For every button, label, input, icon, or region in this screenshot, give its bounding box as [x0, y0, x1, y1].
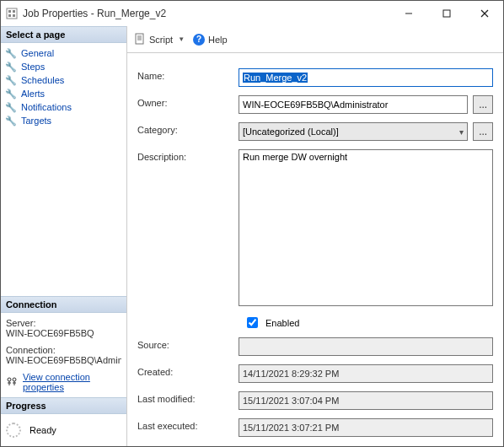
category-value: [Uncategorized (Local)]: [243, 127, 339, 137]
category-label: Category:: [137, 122, 239, 135]
row-enabled: Enabled: [137, 315, 493, 331]
wrench-icon: 🔧: [6, 62, 16, 72]
name-value-selected: Run_Merge_v2: [243, 73, 308, 83]
maximize-button[interactable]: [427, 1, 465, 26]
script-icon: [134, 33, 146, 46]
row-view-history: View Job History: [137, 445, 493, 446]
wrench-icon: 🔧: [6, 48, 16, 58]
row-description: Description: Run merge DW overnight: [137, 149, 493, 306]
last-executed-label: Last executed:: [137, 418, 239, 431]
page-label: General: [21, 48, 54, 58]
svg-rect-15: [136, 34, 143, 44]
view-job-history-link[interactable]: View Job History: [239, 445, 308, 446]
progress-spinner-icon: [6, 423, 21, 438]
help-label: Help: [208, 35, 228, 45]
connection-label: Connection:: [6, 345, 121, 355]
main-panel: Script ▼ ? Help Name: Run_Merge_v2: [127, 26, 503, 446]
window-title: Job Properties - Run_Merge_v2: [23, 8, 389, 19]
row-owner: Owner: ...: [137, 95, 493, 114]
script-label: Script: [149, 35, 173, 45]
svg-rect-2: [13, 10, 15, 13]
minimize-button[interactable]: [389, 1, 427, 26]
description-textarea[interactable]: Run merge DW overnight: [239, 149, 493, 306]
svg-line-8: [481, 10, 488, 17]
svg-rect-4: [13, 14, 15, 17]
view-connection-row: View connection properties: [6, 372, 121, 392]
svg-rect-1: [8, 10, 11, 13]
source-value: [239, 337, 493, 356]
chevron-down-icon: ▾: [459, 127, 464, 137]
progress-status: Ready: [29, 425, 56, 435]
row-name: Name: Run_Merge_v2: [137, 68, 493, 87]
row-last-modified: Last modified: 15/11/2021 3:07:04 PM: [137, 391, 493, 410]
connection-header: Connection: [1, 296, 126, 313]
category-browse-button[interactable]: ...: [473, 122, 493, 141]
script-button[interactable]: Script ▼: [134, 33, 185, 46]
job-properties-window: Job Properties - Run_Merge_v2 Select a p…: [0, 0, 504, 447]
wrench-icon: 🔧: [6, 75, 16, 85]
view-connection-link[interactable]: View connection properties: [23, 372, 121, 392]
form: Name: Run_Merge_v2 Owner: ... Cat: [127, 53, 503, 446]
svg-point-9: [8, 378, 11, 381]
connection-panel: Server: WIN-EOCE69FB5BQ Connection: WIN-…: [1, 313, 126, 397]
category-combobox[interactable]: [Uncategorized (Local)] ▾: [239, 122, 468, 141]
wrench-icon: 🔧: [6, 89, 16, 99]
page-schedules[interactable]: 🔧 Schedules: [4, 73, 123, 87]
page-label: Schedules: [21, 75, 64, 85]
owner-browse-button[interactable]: ...: [473, 95, 493, 114]
page-steps[interactable]: 🔧 Steps: [4, 60, 123, 73]
svg-point-10: [13, 378, 16, 381]
window-body: Select a page 🔧 General 🔧 Steps 🔧 Schedu…: [1, 26, 503, 446]
name-label: Name:: [137, 68, 239, 81]
last-executed-value: 15/11/2021 3:07:21 PM: [239, 418, 493, 437]
last-modified-value: 15/11/2021 3:07:04 PM: [239, 391, 493, 410]
wrench-icon: 🔧: [6, 102, 16, 112]
page-targets[interactable]: 🔧 Targets: [4, 114, 123, 127]
svg-line-7: [481, 10, 488, 17]
svg-rect-3: [8, 14, 11, 17]
toolbar: Script ▼ ? Help: [127, 26, 503, 53]
page-list: 🔧 General 🔧 Steps 🔧 Schedules 🔧 Alerts 🔧: [1, 43, 126, 131]
svg-rect-0: [7, 8, 17, 19]
window-icon: [6, 8, 18, 19]
chevron-down-icon: ▼: [178, 35, 185, 43]
page-notifications[interactable]: 🔧 Notifications: [4, 100, 123, 114]
wrench-icon: 🔧: [6, 116, 16, 126]
select-page-header: Select a page: [1, 26, 126, 43]
last-modified-label: Last modified:: [137, 391, 239, 404]
row-category: Category: [Uncategorized (Local)] ▾ ...: [137, 122, 493, 141]
owner-input[interactable]: [239, 95, 468, 114]
sidebar-spacer: [1, 131, 126, 296]
created-label: Created:: [137, 364, 239, 377]
enabled-label: Enabled: [265, 318, 299, 328]
row-created: Created: 14/11/2021 8:29:32 PM: [137, 364, 493, 383]
page-label: Notifications: [21, 102, 72, 112]
connection-value: WIN-EOCE69FB5BQ\Administrator: [6, 355, 121, 365]
description-label: Description:: [137, 149, 239, 162]
owner-label: Owner:: [137, 95, 239, 108]
enabled-checkbox[interactable]: [247, 317, 258, 328]
sidebar: Select a page 🔧 General 🔧 Steps 🔧 Schedu…: [1, 26, 127, 446]
help-icon: ?: [193, 34, 205, 46]
help-button[interactable]: ? Help: [193, 34, 228, 46]
row-last-executed: Last executed: 15/11/2021 3:07:21 PM: [137, 418, 493, 437]
page-label: Targets: [21, 116, 51, 126]
connection-icon: [6, 376, 18, 388]
progress-header: Progress: [1, 397, 126, 414]
titlebar: Job Properties - Run_Merge_v2: [1, 1, 503, 26]
page-general[interactable]: 🔧 General: [4, 46, 123, 60]
close-button[interactable]: [465, 1, 503, 26]
svg-rect-6: [443, 10, 450, 17]
row-source: Source:: [137, 337, 493, 356]
page-label: Alerts: [21, 89, 45, 99]
page-alerts[interactable]: 🔧 Alerts: [4, 87, 123, 100]
source-label: Source:: [137, 337, 239, 350]
name-input[interactable]: Run_Merge_v2: [239, 68, 493, 87]
created-value: 14/11/2021 8:29:32 PM: [239, 364, 493, 383]
page-label: Steps: [21, 62, 45, 72]
server-label: Server:: [6, 318, 121, 328]
progress-panel: Ready: [1, 414, 126, 446]
server-value: WIN-EOCE69FB5BQ: [6, 328, 121, 338]
